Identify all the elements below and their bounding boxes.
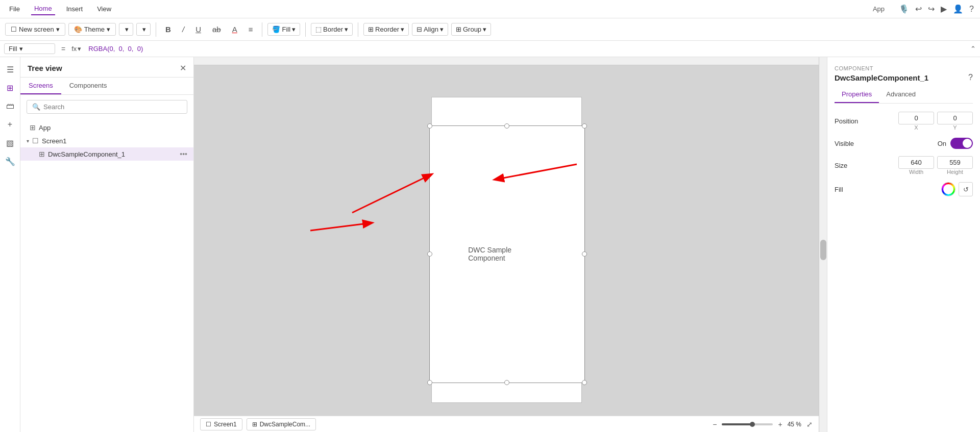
- reorder-button[interactable]: ⊞ Reorder ▾: [363, 23, 409, 36]
- align-button[interactable]: ≡: [244, 23, 257, 36]
- menu-home[interactable]: Home: [31, 3, 55, 15]
- sidebar-variables-icon[interactable]: ▧: [2, 135, 18, 151]
- user-icon[interactable]: 👤: [953, 4, 963, 14]
- sidebar-screens-icon[interactable]: ⊞: [2, 80, 18, 96]
- tab-components[interactable]: Components: [61, 78, 115, 94]
- help-icon[interactable]: ?: [969, 5, 974, 14]
- component-tab[interactable]: ⊞ DwcSampleCom...: [247, 418, 316, 430]
- sidebar-tools-icon[interactable]: 🔧: [2, 153, 18, 169]
- menu-bar: File Home Insert View App 🎙️ ↩ ↪ ▶ 👤 ?: [0, 0, 980, 18]
- screen-icon: ☐: [32, 137, 39, 145]
- size-inputs: Width Height: [898, 156, 973, 175]
- status-bar: ☐ Screen1 ⊞ DwcSampleCom... − + 45 % ⤢: [194, 416, 819, 432]
- property-select[interactable]: Fill ▾: [4, 43, 55, 54]
- tree-component-item[interactable]: ⊞ DwcSampleComponent_1 •••: [20, 147, 193, 161]
- handle-mid-left[interactable]: [427, 251, 432, 257]
- font-size-dropdown[interactable]: ▾: [136, 23, 151, 36]
- tree-screen1-item[interactable]: ▾ ☐ Screen1: [20, 134, 193, 147]
- right-panel-tabs: Properties Advanced: [835, 86, 973, 104]
- size-width-input[interactable]: [898, 156, 934, 169]
- font-dropdown[interactable]: ▾: [119, 23, 133, 36]
- canvas-scroll-right[interactable]: [819, 57, 827, 432]
- tree-panel: Tree view ✕ Screens Components 🔍 ⊞ App ▾…: [20, 57, 194, 432]
- fill-swatch[interactable]: [941, 182, 955, 196]
- undo-icon[interactable]: ↩: [915, 4, 922, 14]
- fx-dropdown-icon: ▾: [78, 45, 81, 53]
- underline-button[interactable]: U: [191, 23, 205, 36]
- italic-button[interactable]: /: [178, 23, 188, 36]
- align-tb-button[interactable]: ⊟ Align ▾: [412, 23, 448, 36]
- handle-top-center[interactable]: [504, 123, 509, 129]
- fullscreen-icon[interactable]: ⤢: [806, 420, 813, 428]
- align-tb-dropdown-icon: ▾: [440, 26, 444, 33]
- formula-fx[interactable]: fx ▾: [71, 45, 81, 53]
- formula-expand-icon[interactable]: ⌃: [970, 45, 976, 53]
- microphone-icon[interactable]: 🎙️: [899, 4, 909, 14]
- component-more-icon[interactable]: •••: [180, 150, 187, 158]
- component-type-label: COMPONENT: [835, 65, 873, 71]
- handle-bottom-center[interactable]: [504, 380, 509, 385]
- help-icon[interactable]: ?: [968, 73, 973, 82]
- screen1-expand-icon[interactable]: ▾: [27, 138, 29, 144]
- fill-refresh-button[interactable]: ↺: [959, 182, 973, 196]
- border-dropdown-icon: ▾: [345, 26, 348, 33]
- border-button[interactable]: ⬚ Border ▾: [311, 23, 353, 36]
- size-label: Size: [835, 162, 847, 169]
- font-color-button[interactable]: A: [228, 23, 241, 36]
- handle-bottom-left[interactable]: [427, 380, 432, 385]
- position-y-input[interactable]: [937, 112, 973, 124]
- tab-screens[interactable]: Screens: [20, 78, 61, 94]
- formula-bar: Fill ▾ = fx ▾ ⌃: [0, 41, 980, 57]
- canvas-scroll-top[interactable]: [194, 57, 819, 65]
- visible-toggle[interactable]: [950, 138, 973, 149]
- handle-bottom-right[interactable]: [582, 380, 587, 385]
- tab-advanced[interactable]: Advanced: [879, 86, 923, 103]
- bold-button[interactable]: B: [161, 23, 175, 36]
- handle-top-left[interactable]: [427, 123, 432, 129]
- sidebar-data-icon[interactable]: 🗃: [2, 98, 18, 114]
- fill-swatch-inner: [943, 184, 953, 194]
- screen1-tab-icon: ☐: [206, 421, 211, 428]
- tree-tabs: Screens Components: [20, 78, 193, 95]
- handle-top-right[interactable]: [582, 123, 587, 129]
- group-button[interactable]: ⊞ Group ▾: [451, 23, 491, 36]
- zoom-out-button[interactable]: −: [710, 419, 719, 429]
- tree-close-icon[interactable]: ✕: [180, 63, 186, 73]
- search-input[interactable]: [43, 103, 182, 111]
- tab-properties[interactable]: Properties: [835, 86, 879, 103]
- screen1-tab[interactable]: ☐ Screen1: [200, 418, 242, 430]
- tree-app-item[interactable]: ⊞ App: [20, 121, 193, 134]
- fill-button[interactable]: 🪣 Fill ▾: [267, 23, 300, 36]
- component-box[interactable]: DWC Sample Component: [429, 125, 585, 383]
- play-icon[interactable]: ▶: [941, 4, 947, 14]
- border-icon: ⬚: [315, 26, 322, 33]
- size-height-input[interactable]: [937, 156, 973, 169]
- menu-file[interactable]: File: [6, 3, 23, 15]
- position-x-group: X: [898, 112, 934, 131]
- theme-label: Theme: [84, 26, 105, 33]
- y-label: Y: [953, 124, 957, 131]
- separator-3: [305, 22, 306, 37]
- zoom-in-button[interactable]: +: [776, 419, 784, 429]
- separator-1: [156, 22, 156, 37]
- zoom-slider[interactable]: [722, 423, 773, 425]
- fill-controls: ↺: [941, 182, 973, 196]
- visible-value: On: [938, 140, 946, 147]
- sidebar-add-icon[interactable]: +: [2, 116, 18, 133]
- x-label: X: [914, 124, 918, 131]
- zoom-slider-thumb: [750, 422, 755, 427]
- menu-insert[interactable]: Insert: [63, 3, 86, 15]
- formula-input[interactable]: [85, 44, 966, 54]
- handle-mid-right[interactable]: [582, 251, 587, 257]
- new-screen-button[interactable]: ☐ New screen ▾: [5, 23, 65, 36]
- app-label: App: [39, 124, 187, 132]
- position-x-input[interactable]: [898, 112, 934, 124]
- redo-icon[interactable]: ↪: [928, 4, 935, 14]
- canvas-area[interactable]: DWC Sample Component: [194, 57, 827, 432]
- new-screen-icon: ☐: [11, 26, 17, 33]
- menu-view[interactable]: View: [94, 3, 114, 15]
- strikethrough-button[interactable]: ab: [208, 23, 225, 36]
- size-height-group: Height: [937, 156, 973, 175]
- sidebar-menu-icon[interactable]: ☰: [2, 61, 18, 78]
- theme-button[interactable]: 🎨 Theme ▾: [68, 23, 116, 36]
